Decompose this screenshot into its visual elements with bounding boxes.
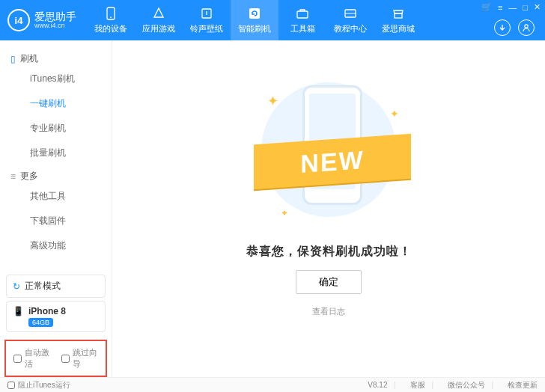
device-card[interactable]: 📱 iPhone 8 64GB — [6, 301, 106, 332]
main-content: ✦ ✦ ✦ NEW 恭喜您，保资料刷机成功啦！ 确定 查看日志 — [112, 40, 545, 377]
sidebar-group-more: ≡ 更多 — [0, 165, 112, 184]
success-message: 恭喜您，保资料刷机成功啦！ — [246, 244, 412, 260]
auto-activate-checkbox[interactable]: 自动激活 — [13, 347, 51, 370]
refresh-small-icon: ↻ — [13, 281, 20, 292]
version-label: V8.12 — [368, 381, 387, 389]
app-logo: i4 爱思助手 www.i4.cn — [0, 9, 87, 31]
support-link[interactable]: 客服 — [410, 381, 425, 389]
svg-rect-4 — [297, 11, 308, 18]
nav-shop[interactable]: 爱思商城 — [374, 0, 422, 40]
ok-button[interactable]: 确定 — [296, 270, 362, 294]
app-url: www.i4.cn — [34, 22, 76, 29]
window-controls: 🛒 ≡ — □ ✕ — [481, 2, 541, 12]
view-log-link[interactable]: 查看日志 — [312, 306, 345, 317]
phone-icon — [103, 7, 118, 20]
nav-apps[interactable]: 应用游戏 — [135, 0, 183, 40]
device-name: iPhone 8 — [28, 306, 66, 316]
menu-small-icon: ≡ — [10, 171, 16, 182]
header-actions — [494, 19, 535, 36]
sidebar-group-flash: ▯ 刷机 — [0, 48, 112, 67]
footer-right: V8.12 | 客服 | 微信公众号 | 检查更新 — [360, 380, 538, 391]
svg-rect-3 — [249, 8, 260, 19]
sidebar-item-oneclick-flash[interactable]: 一键刷机 — [0, 91, 112, 116]
nav-flash[interactable]: 智能刷机 — [231, 0, 278, 40]
refresh-icon — [247, 7, 262, 20]
toolbox-icon — [295, 7, 310, 20]
phone-device-icon: 📱 — [13, 306, 24, 316]
user-button[interactable] — [518, 19, 535, 36]
maximize-button[interactable]: □ — [523, 3, 528, 12]
status-bar: 阻止iTunes运行 V8.12 | 客服 | 微信公众号 | 检查更新 — [0, 377, 545, 392]
nav-ringtone[interactable]: 铃声壁纸 — [183, 0, 231, 40]
app-header: i4 爱思助手 www.i4.cn 我的设备 应用游戏 铃声壁纸 智能刷机 工具… — [0, 0, 545, 40]
sparkle-icon: ✦ — [267, 93, 278, 109]
block-itunes-label: 阻止iTunes运行 — [18, 380, 70, 391]
svg-rect-6 — [395, 13, 402, 18]
app-name: 爱思助手 — [34, 11, 76, 22]
cart-icon[interactable]: 🛒 — [481, 2, 492, 12]
sidebar-item-itunes-flash[interactable]: iTunes刷机 — [0, 67, 112, 91]
sidebar-item-advanced[interactable]: 高级功能 — [0, 233, 112, 258]
nav-toolbox[interactable]: 工具箱 — [278, 0, 326, 40]
store-icon — [391, 7, 406, 20]
close-button[interactable]: ✕ — [534, 2, 541, 12]
download-button[interactable] — [494, 19, 511, 36]
mode-card[interactable]: ↻ 正常模式 — [6, 275, 106, 298]
menu-icon[interactable]: ≡ — [498, 3, 502, 12]
phone-small-icon: ▯ — [10, 54, 16, 64]
sidebar: ▯ 刷机 iTunes刷机 一键刷机 专业刷机 批量刷机 ≡ 更多 其他工具 下… — [0, 40, 112, 377]
options-box: 自动激活 跳过向导 — [4, 340, 107, 377]
book-icon — [343, 7, 358, 20]
main-nav: 我的设备 应用游戏 铃声壁纸 智能刷机 工具箱 教程中心 爱思商城 — [87, 0, 422, 40]
svg-point-7 — [525, 25, 528, 28]
svg-point-1 — [110, 16, 112, 18]
success-illustration: ✦ ✦ ✦ NEW — [239, 75, 418, 224]
sidebar-item-download-fw[interactable]: 下载固件 — [0, 209, 112, 233]
device-storage: 64GB — [28, 318, 53, 327]
sidebar-item-pro-flash[interactable]: 专业刷机 — [0, 116, 112, 141]
sparkle-icon: ✦ — [390, 108, 399, 120]
sidebar-item-other-tools[interactable]: 其他工具 — [0, 184, 112, 209]
minimize-button[interactable]: — — [508, 3, 517, 12]
update-link[interactable]: 检查更新 — [508, 381, 538, 389]
apps-icon — [151, 7, 166, 20]
nav-tutorial[interactable]: 教程中心 — [326, 0, 374, 40]
music-icon — [199, 7, 214, 20]
wechat-link[interactable]: 微信公众号 — [448, 381, 485, 389]
sparkle-icon: ✦ — [281, 208, 288, 218]
logo-icon: i4 — [7, 9, 30, 31]
nav-my-device[interactable]: 我的设备 — [87, 0, 135, 40]
block-itunes-checkbox[interactable] — [7, 382, 15, 389]
skip-wizard-checkbox[interactable]: 跳过向导 — [61, 347, 99, 370]
sidebar-item-batch-flash[interactable]: 批量刷机 — [0, 141, 112, 165]
